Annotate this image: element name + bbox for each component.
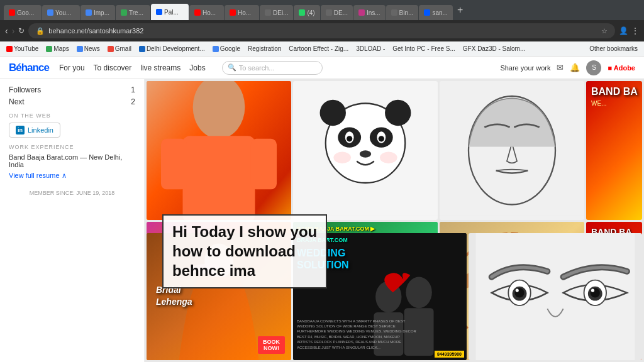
- svg-point-16: [333, 152, 351, 163]
- search-placeholder-text: To search...: [239, 64, 275, 72]
- gallery-item-portrait[interactable]: [147, 81, 291, 220]
- bookmark-gfx[interactable]: GFX Daz3D - Salom...: [460, 45, 528, 53]
- header-right: Share your work ✉ 🔔 S ■ Adobe: [500, 60, 635, 75]
- svg-point-15: [360, 150, 371, 158]
- followers-value: 1: [131, 85, 135, 94]
- svg-point-17: [380, 152, 397, 163]
- tab[interactable]: Goo...: [4, 5, 42, 20]
- behance-header: Béhance For you To discover live streams…: [0, 57, 644, 79]
- svg-rect-4: [251, 139, 277, 190]
- svg-point-60: [406, 277, 431, 308]
- tab[interactable]: (4): [294, 5, 319, 20]
- followers-label: Followers: [9, 85, 41, 94]
- next-value: 2: [131, 97, 135, 106]
- band-ba-subtitle: WE...: [591, 100, 606, 107]
- reload-button[interactable]: ↻: [18, 26, 25, 35]
- bookmark-gmail[interactable]: Gmail: [105, 45, 134, 53]
- search-icon: 🔍: [228, 63, 236, 72]
- share-work-button[interactable]: Share your work: [500, 64, 550, 72]
- forward-button[interactable]: ›: [12, 26, 15, 36]
- tab[interactable]: san...: [419, 5, 452, 20]
- bookmark-delhi[interactable]: Delhi Development...: [136, 45, 208, 53]
- bell-icon[interactable]: 🔔: [570, 63, 580, 72]
- settings-icon[interactable]: ⋮: [631, 26, 639, 35]
- bookmark-youtube[interactable]: YouTube: [4, 45, 41, 53]
- gallery-area: BAND BA WE...: [145, 79, 644, 362]
- address-bar: ‹ › ↻ 🔒 behance.net/santoshkumar382 ☆ 👤 …: [0, 20, 644, 41]
- overlay-card: Hi Today I show youhow to downloadbehnce…: [162, 214, 327, 288]
- tab[interactable]: Imp...: [80, 5, 115, 20]
- followers-stat: Followers 1: [9, 85, 135, 94]
- next-label: Next: [9, 97, 25, 106]
- bookmark-news[interactable]: News: [74, 45, 103, 53]
- overlay-text: Hi Today I show youhow to downloadbehnce…: [172, 222, 317, 281]
- nav-live-streams[interactable]: live streams: [140, 63, 180, 72]
- bookmark-other[interactable]: Other bookmarks: [587, 45, 640, 53]
- tab-active[interactable]: Pal...: [151, 4, 189, 20]
- tab[interactable]: DEi...: [260, 5, 293, 20]
- on-the-web-section: ON THE WEB in Linkedin: [9, 112, 135, 138]
- svg-rect-3: [161, 139, 187, 190]
- tab[interactable]: Ho...: [189, 5, 224, 20]
- gallery-item-panda[interactable]: [293, 81, 438, 220]
- behance-logo[interactable]: Béhance: [9, 62, 49, 74]
- gallery-item-band-ba[interactable]: BAND BA WE...: [586, 81, 642, 220]
- svg-point-66: [516, 288, 519, 292]
- svg-point-8: [385, 100, 411, 126]
- tab[interactable]: Tre...: [116, 5, 150, 20]
- svg-point-13: [347, 136, 352, 141]
- tab[interactable]: Bin...: [386, 5, 419, 20]
- main-layout: Followers 1 Next 2 ON THE WEB in Linkedi…: [0, 79, 644, 362]
- svg-rect-2: [183, 136, 255, 219]
- gallery-item-eyebrows[interactable]: [469, 233, 642, 361]
- svg-point-7: [320, 100, 346, 126]
- adobe-logo[interactable]: ■ Adobe: [608, 64, 635, 72]
- work-exp-text: Band Baaja Barat.com — New Delhi, India: [9, 153, 135, 168]
- wedding-small-text: BANDBAAJA CONNECTS WITH A SMARTY PHASES …: [297, 319, 416, 350]
- svg-point-70: [591, 288, 594, 292]
- star-icon[interactable]: ☆: [601, 27, 608, 35]
- url-text: behance.net/santoshkumar382: [48, 27, 597, 35]
- tab[interactable]: You...: [42, 5, 80, 20]
- bookmark-google[interactable]: Google: [210, 45, 243, 53]
- linkedin-button[interactable]: in Linkedin: [9, 123, 60, 138]
- search-bar[interactable]: 🔍 To search...: [222, 61, 323, 75]
- gallery-item-face[interactable]: [440, 81, 584, 220]
- tab[interactable]: DE...: [321, 5, 353, 20]
- svg-point-14: [379, 136, 384, 141]
- new-tab-button[interactable]: +: [453, 4, 467, 16]
- bookmarks-bar: YouTube Maps News Gmail Delhi Developmen…: [0, 41, 644, 57]
- work-exp-title: WORK EXPERIENCE: [9, 144, 135, 150]
- wedding-phone: 8449395900: [435, 351, 464, 358]
- back-button[interactable]: ‹: [5, 26, 8, 36]
- nav-for-you[interactable]: For you: [59, 63, 85, 72]
- book-now-btn: BOOKNOW!: [258, 336, 285, 354]
- on-the-web-title: ON THE WEB: [9, 112, 135, 119]
- envelope-icon[interactable]: ✉: [557, 63, 564, 72]
- linkedin-icon: in: [16, 126, 25, 134]
- sidebar-stats: Followers 1 Next 2: [9, 85, 135, 106]
- next-stat: Next 2: [9, 97, 135, 106]
- url-bar[interactable]: 🔒 behance.net/santoshkumar382 ☆: [28, 23, 615, 38]
- lock-icon: 🔒: [36, 27, 45, 35]
- sidebar: Followers 1 Next 2 ON THE WEB in Linkedi…: [0, 79, 145, 362]
- user-profile-icon[interactable]: 👤: [619, 26, 628, 35]
- browser-chrome: Goo... You... Imp... Tre... Pal... Ho...…: [0, 0, 644, 20]
- member-since: MEMBER SINCE: JUNE 19, 2018: [9, 190, 135, 196]
- nav-jobs[interactable]: Jobs: [189, 63, 205, 72]
- bookmark-3dload[interactable]: 3DLOAD -: [353, 45, 387, 53]
- tab[interactable]: Ho...: [225, 5, 259, 20]
- bookmark-registration[interactable]: Registration: [245, 45, 284, 53]
- work-experience-section: WORK EXPERIENCE Band Baaja Barat.com — N…: [9, 144, 135, 180]
- bookmark-maps[interactable]: Maps: [43, 45, 71, 53]
- user-avatar[interactable]: S: [586, 60, 601, 75]
- nav-to-discover[interactable]: To discover: [94, 63, 132, 72]
- band-ba-text: BAND BA: [591, 86, 638, 97]
- linkedin-label: Linkedin: [28, 126, 53, 134]
- main-nav: For you To discover live streams Jobs: [59, 63, 206, 72]
- extensions-area: 👤 ⋮: [619, 26, 639, 35]
- bookmark-getinto[interactable]: Get Into PC - Free S...: [390, 45, 457, 53]
- view-resume-link[interactable]: View full resume ∧: [9, 172, 135, 180]
- bookmark-cartoon[interactable]: Cartoon Effect - Zig...: [286, 45, 351, 53]
- tab[interactable]: Ins...: [353, 5, 386, 20]
